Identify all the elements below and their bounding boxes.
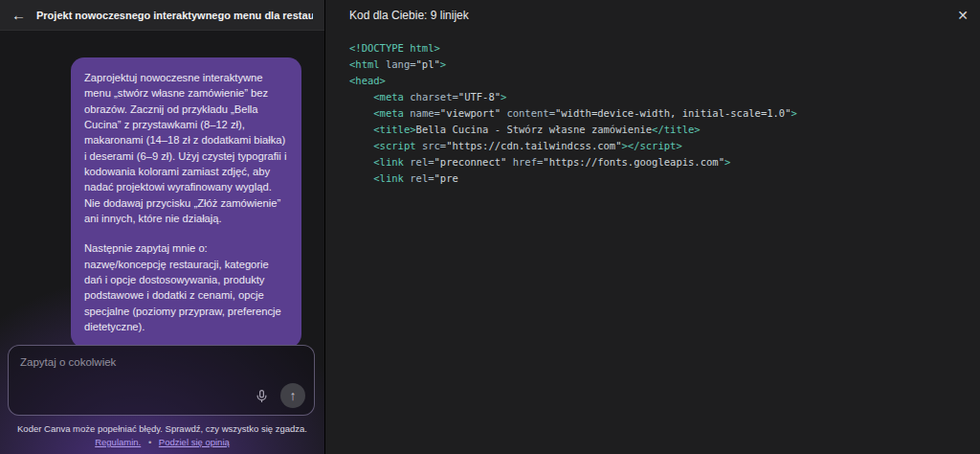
links-separator: •: [148, 437, 151, 447]
code-line: <meta charset="UTF-8">: [349, 89, 965, 105]
code-panel-title: Kod dla Ciebie: 9 linijek: [349, 9, 469, 22]
terms-link[interactable]: Regulamin.: [95, 437, 141, 447]
code-line: <meta name="viewport" content="width=dev…: [349, 105, 965, 122]
footer-links: Regulamin. • Podziel się opinią: [8, 437, 317, 447]
composer-actions: ↑: [255, 383, 305, 408]
code-block: <!DOCTYPE html><html lang="pl"><head> <m…: [325, 31, 980, 187]
disclaimer-text: Koder Canva może popełniać błędy. Sprawd…: [8, 423, 317, 434]
code-line: <title>Bella Cucina - Stwórz własne zamó…: [349, 122, 965, 138]
project-title: Projekt nowoczesnego interaktywnego menu…: [36, 10, 313, 21]
chat-panel-header: ← Projekt nowoczesnego interaktywnego me…: [0, 0, 324, 31]
app: ← Projekt nowoczesnego interaktywnego me…: [0, 0, 980, 454]
code-line: <link rel="preconnect" href="https://fon…: [349, 154, 965, 170]
back-button[interactable]: ←: [11, 8, 26, 22]
send-button[interactable]: ↑: [280, 383, 305, 408]
microphone-button[interactable]: [255, 389, 269, 403]
user-message-bubble: Zaprojektuj nowoczesne interaktywne menu…: [71, 57, 301, 345]
feedback-link[interactable]: Podziel się opinią: [159, 437, 230, 447]
chat-input[interactable]: [9, 346, 314, 388]
chat-messages: Zaprojektuj nowoczesne interaktywne menu…: [0, 31, 324, 345]
code-panel: Kod dla Ciebie: 9 linijek ✕ <!DOCTYPE ht…: [325, 0, 980, 454]
composer: ↑: [8, 345, 315, 416]
user-message-paragraph: Następnie zapytaj mnie o: nazwę/koncepcj…: [84, 240, 288, 334]
chat-panel: ← Projekt nowoczesnego interaktywnego me…: [0, 0, 325, 454]
code-line: <!DOCTYPE html>: [349, 40, 965, 57]
code-line: <script src="https://cdn.tailwindcss.com…: [349, 138, 965, 154]
arrow-up-icon: ↑: [290, 389, 297, 402]
microphone-icon: [255, 389, 269, 403]
code-line: <link rel="pre: [349, 170, 965, 187]
close-button[interactable]: ✕: [957, 9, 969, 22]
chat-panel-footer: Koder Canva może popełniać błędy. Sprawd…: [0, 420, 324, 454]
code-line: <html lang="pl">: [349, 57, 965, 73]
user-message-paragraph: Zaprojektuj nowoczesne interaktywne menu…: [84, 70, 288, 226]
code-panel-header: Kod dla Ciebie: 9 linijek ✕: [325, 0, 980, 31]
code-line: <head>: [349, 73, 965, 89]
